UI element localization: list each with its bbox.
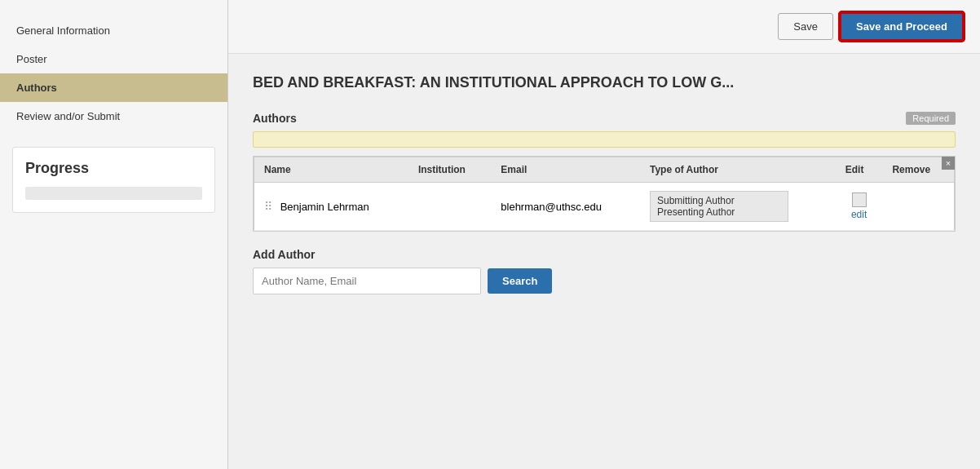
author-email-cell: blehrman@uthsc.edu [491, 183, 640, 231]
content-area: BED AND BREAKFAST: AN INSTITUTIONAL APPR… [228, 54, 980, 469]
edit-label: edit [851, 209, 867, 220]
search-button[interactable]: Search [488, 268, 552, 294]
author-email: blehrman@uthsc.edu [501, 201, 602, 213]
author-name-cell: ⠿ Benjamin Lehrman [254, 183, 408, 231]
main-content: Save Save and Proceed BED AND BREAKFAST:… [228, 0, 980, 469]
sidebar-item-review-submit[interactable]: Review and/or Submit [0, 102, 227, 131]
sidebar-item-general-information[interactable]: General Information [0, 16, 227, 45]
progress-bar-container [25, 187, 202, 200]
authors-label: Authors [253, 112, 297, 125]
save-button[interactable]: Save [778, 13, 833, 40]
drag-handle-icon[interactable]: ⠿ [264, 200, 272, 213]
col-institution: Institution [408, 157, 491, 183]
add-author-section: Add Author Search [253, 248, 956, 294]
authors-table-wrapper: × Name Institution Email Type of Author … [253, 156, 956, 232]
close-table-icon[interactable]: × [942, 157, 955, 170]
table-row: ⠿ Benjamin Lehrman blehrman@uthsc.edu Su… [254, 183, 955, 231]
author-edit-cell[interactable]: edit [836, 183, 883, 231]
author-name-email-input[interactable] [253, 268, 481, 294]
author-type-line1: Submitting Author [657, 195, 781, 206]
author-institution-cell [408, 183, 491, 231]
progress-title: Progress [25, 160, 202, 177]
page-title: BED AND BREAKFAST: AN INSTITUTIONAL APPR… [253, 74, 956, 91]
required-badge: Required [906, 112, 956, 125]
save-and-proceed-button[interactable]: Save and Proceed [840, 12, 964, 41]
authors-table: Name Institution Email Type of Author Ed… [254, 157, 955, 231]
author-type-line2: Presenting Author [657, 206, 781, 218]
add-author-row: Search [253, 268, 956, 294]
author-type-cell: Submitting Author Presenting Author [640, 183, 836, 231]
header-bar: Save Save and Proceed [228, 0, 980, 54]
progress-section: Progress [12, 147, 215, 213]
authors-section-header: Authors Required [253, 112, 956, 125]
col-email: Email [491, 157, 640, 183]
table-header-row: Name Institution Email Type of Author Ed… [254, 157, 955, 183]
col-type: Type of Author [640, 157, 836, 183]
author-name: Benjamin Lehrman [280, 201, 369, 213]
author-remove-cell[interactable] [882, 183, 954, 231]
sidebar: General Information Poster Authors Revie… [0, 0, 228, 469]
add-author-label: Add Author [253, 248, 956, 261]
edit-author-link[interactable]: edit [845, 192, 873, 220]
col-edit: Edit [836, 157, 883, 183]
sidebar-item-poster[interactable]: Poster [0, 45, 227, 73]
sidebar-item-authors[interactable]: Authors [0, 73, 227, 102]
edit-icon [852, 192, 867, 207]
progress-yellow-bar [253, 131, 956, 148]
author-type-box: Submitting Author Presenting Author [650, 191, 788, 222]
col-name: Name [254, 157, 408, 183]
